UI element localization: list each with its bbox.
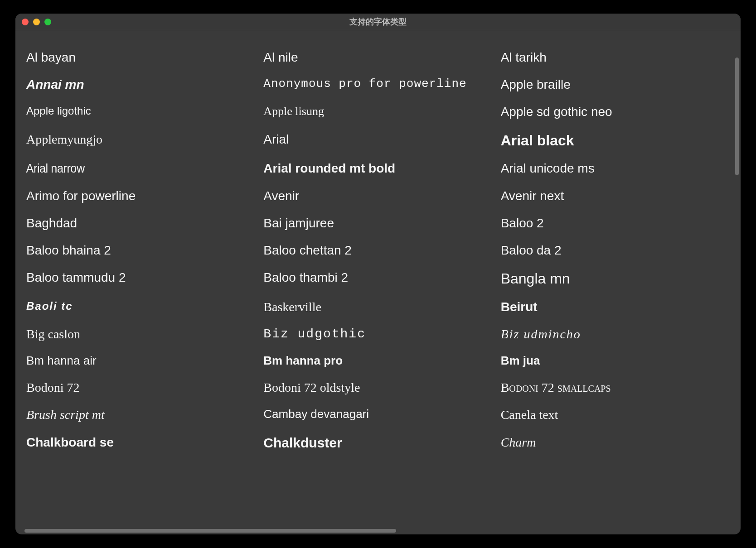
font-item[interactable]: Apple braille	[499, 71, 732, 98]
font-item[interactable]: Brush script mt	[24, 401, 257, 428]
font-item[interactable]: Bodoni 72 smallcaps	[499, 374, 732, 401]
font-item[interactable]: Charm	[499, 429, 732, 457]
horizontal-scrollbar[interactable]	[24, 529, 396, 533]
font-item[interactable]: Al tarikh	[499, 44, 732, 71]
font-item[interactable]: Arial black	[499, 126, 732, 155]
font-item[interactable]: Baloo 2	[499, 210, 732, 237]
font-item[interactable]: Baloo bhaina 2	[24, 237, 257, 264]
font-item[interactable]: Baloo chettan 2	[262, 237, 494, 264]
font-item[interactable]: Baskerville	[262, 293, 494, 321]
font-item[interactable]: Al bayan	[24, 44, 257, 71]
font-item[interactable]: Bai jamjuree	[262, 210, 494, 237]
font-item[interactable]: Apple lisung	[262, 98, 494, 125]
font-item[interactable]: Bm hanna air	[24, 348, 257, 374]
font-item[interactable]: Annai mn	[24, 71, 257, 98]
font-grid[interactable]: Al bayanAl nileAl tarikhAnnai mnAnonymou…	[15, 30, 741, 534]
font-item[interactable]: Avenir	[262, 183, 494, 210]
font-item[interactable]: Baloo thambi 2	[262, 264, 494, 293]
font-item[interactable]: Arial rounded mt bold	[262, 155, 494, 182]
font-item[interactable]: Chalkboard se	[24, 429, 257, 457]
font-item[interactable]: Canela text	[499, 401, 732, 428]
font-item[interactable]: Big caslon	[24, 321, 257, 348]
font-item[interactable]: Biz udmincho	[499, 321, 732, 348]
font-item[interactable]: Arial	[262, 126, 494, 155]
font-item[interactable]: Baloo tammudu 2	[24, 264, 257, 293]
vertical-scrollbar[interactable]	[735, 58, 739, 175]
font-item[interactable]: Bangla mn	[499, 264, 732, 293]
window-title: 支持的字体类型	[15, 16, 741, 27]
font-item[interactable]: Beirut	[499, 293, 732, 321]
font-item[interactable]: Arial unicode ms	[499, 155, 732, 182]
font-item[interactable]: Baoli tc	[24, 293, 257, 321]
font-item[interactable]: Apple ligothic	[24, 98, 257, 125]
font-item[interactable]: Arial narrow	[24, 155, 234, 182]
font-item[interactable]: Bodoni 72	[24, 374, 257, 401]
font-item[interactable]: Applemyungjo	[24, 126, 257, 155]
titlebar: 支持的字体类型	[15, 14, 741, 30]
font-item[interactable]: Bm jua	[499, 348, 732, 374]
font-item[interactable]: Chalkduster	[262, 429, 494, 457]
font-item[interactable]: Baghdad	[24, 210, 257, 237]
font-item[interactable]: Avenir next	[499, 183, 732, 210]
font-item[interactable]: Bodoni 72 oldstyle	[262, 374, 494, 401]
font-item[interactable]: Biz udgothic	[262, 321, 494, 348]
content-wrap: Al bayanAl nileAl tarikhAnnai mnAnonymou…	[15, 30, 741, 534]
font-window: 支持的字体类型 Al bayanAl nileAl tarikhAnnai mn…	[15, 14, 741, 534]
font-item[interactable]: Cambay devanagari	[262, 401, 494, 428]
font-item[interactable]: Bm hanna pro	[262, 348, 494, 374]
font-item[interactable]: Anonymous pro for powerline	[262, 71, 494, 98]
font-item[interactable]: Arimo for powerline	[24, 183, 257, 210]
font-item[interactable]: Baloo da 2	[499, 237, 732, 264]
font-item[interactable]: Apple sd gothic neo	[499, 98, 732, 125]
font-item[interactable]: Al nile	[262, 44, 494, 71]
